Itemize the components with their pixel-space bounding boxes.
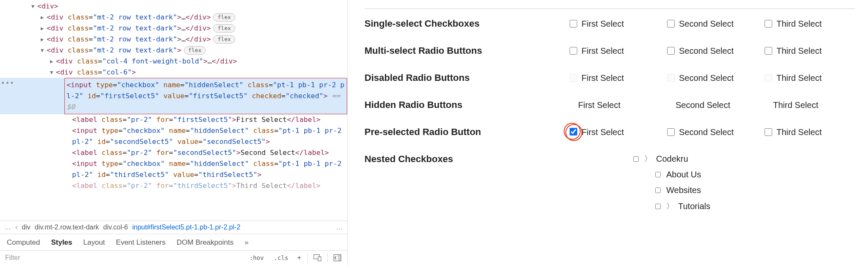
crumb-item[interactable]: div.mt-2.row.text-dark bbox=[35, 224, 99, 231]
checkbox-input[interactable] bbox=[655, 188, 661, 193]
dom-node[interactable]: ▼<div class="mt-2 row text-dark">flex bbox=[0, 45, 347, 56]
dom-node[interactable]: ▶<div class="mt-2 row text-dark">…</div>… bbox=[0, 23, 347, 34]
option[interactable]: Third Select bbox=[763, 100, 855, 110]
option-label: Second Select bbox=[679, 73, 734, 83]
dom-node[interactable]: <label class="pr-2" for="thirdSelect5">T… bbox=[0, 180, 347, 191]
new-style-rule-icon[interactable]: + bbox=[295, 254, 303, 262]
breadcrumb[interactable]: … ‹ div div.mt-2.row.text-dark div.col-6… bbox=[0, 221, 347, 234]
expand-right-icon[interactable]: ▶ bbox=[41, 23, 47, 34]
checkbox-input[interactable] bbox=[570, 47, 577, 55]
checkbox-input[interactable] bbox=[667, 20, 675, 28]
chevron-right-icon[interactable]: 〉 bbox=[666, 201, 674, 211]
option[interactable]: Third Select bbox=[763, 127, 855, 137]
form-row-label: Nested Checkboxes bbox=[364, 154, 568, 165]
tab-computed[interactable]: Computed bbox=[7, 238, 40, 247]
expand-right-icon[interactable]: ▶ bbox=[41, 12, 47, 23]
dom-tree[interactable]: ▼<div> ▶<div class="mt-2 row text-dark">… bbox=[0, 0, 347, 221]
more-tabs-icon[interactable]: » bbox=[245, 238, 248, 247]
expand-right-icon[interactable]: ▶ bbox=[50, 56, 56, 67]
nested-item-label: Codekru bbox=[656, 154, 688, 164]
checkbox-input[interactable] bbox=[765, 128, 772, 136]
option[interactable]: Third Select bbox=[763, 46, 855, 56]
nested-item[interactable]: 〉Tutorials bbox=[632, 201, 710, 211]
dom-node[interactable]: <label class="pr-2" for="firstSelect5">F… bbox=[0, 114, 347, 125]
option[interactable]: First Select bbox=[568, 100, 660, 110]
crumb-item[interactable]: div.col-6 bbox=[103, 224, 128, 231]
option[interactable]: Third Select bbox=[763, 19, 855, 29]
tab-styles[interactable]: Styles bbox=[51, 238, 72, 247]
chevron-left-icon[interactable]: ‹ bbox=[15, 224, 17, 231]
option-label: First Select bbox=[581, 73, 624, 83]
checkbox-input[interactable] bbox=[655, 204, 661, 209]
option-label: Second Select bbox=[676, 100, 730, 110]
nested-item[interactable]: About Us bbox=[632, 170, 710, 179]
option[interactable]: First Select bbox=[568, 127, 660, 138]
devtools-elements-panel: ▼<div> ▶<div class="mt-2 row text-dark">… bbox=[0, 0, 348, 265]
option[interactable]: Third Select bbox=[763, 73, 855, 83]
option[interactable]: First Select bbox=[568, 73, 660, 83]
dom-node[interactable]: ▶<div class="mt-2 row text-dark">…</div>… bbox=[0, 34, 347, 45]
form-row-label: Pre-selected Radio Button bbox=[364, 127, 568, 138]
chevron-right-icon[interactable]: 〉 bbox=[644, 154, 652, 164]
checkbox-input[interactable] bbox=[570, 20, 577, 28]
styles-filter-input[interactable] bbox=[4, 254, 242, 262]
device-icon[interactable] bbox=[312, 254, 323, 261]
checkbox-input[interactable] bbox=[765, 47, 772, 55]
checkbox-input[interactable] bbox=[655, 172, 661, 177]
option[interactable]: Second Select bbox=[665, 100, 758, 110]
hov-toggle[interactable]: :hov bbox=[247, 254, 267, 262]
dom-node[interactable]: ▶<div class="mt-2 row text-dark">…</div>… bbox=[0, 12, 347, 23]
crumb-ellipsis[interactable]: … bbox=[336, 224, 343, 231]
expand-down-icon[interactable]: ▼ bbox=[50, 67, 56, 78]
option[interactable]: Second Select bbox=[665, 127, 758, 137]
flex-badge[interactable]: flex bbox=[213, 13, 235, 22]
crumb-item[interactable]: div bbox=[22, 224, 30, 231]
dom-node[interactable]: <label class="pr-2" for="secondSelect5">… bbox=[0, 147, 347, 158]
option[interactable]: First Select bbox=[568, 46, 660, 56]
option[interactable]: Second Select bbox=[665, 46, 758, 56]
form-row-label: Multi-select Radio Buttons bbox=[364, 45, 568, 56]
checkbox-input[interactable] bbox=[667, 128, 675, 136]
toggle-sidebar-icon[interactable] bbox=[332, 254, 343, 261]
dom-node[interactable]: ▼<div> bbox=[0, 1, 347, 12]
more-icon[interactable]: ••• bbox=[1, 78, 14, 89]
crumb-item-active[interactable]: input#firstSelect5.pt-1.pb-1.pr-2.pl-2 bbox=[132, 224, 240, 231]
cls-toggle[interactable]: .cls bbox=[271, 254, 291, 262]
tab-dom-breakpoints[interactable]: DOM Breakpoints bbox=[177, 238, 234, 247]
option-label: Third Select bbox=[776, 46, 822, 56]
option[interactable]: Second Select bbox=[665, 73, 758, 83]
dom-node[interactable]: ▼<div class="col-6"> bbox=[0, 67, 347, 78]
nested-item[interactable]: Websites bbox=[632, 185, 710, 195]
styles-filter-row: :hov .cls + bbox=[0, 250, 347, 265]
flex-badge[interactable]: flex bbox=[213, 24, 235, 33]
expand-down-icon[interactable]: ▼ bbox=[41, 45, 47, 56]
option-label: Third Select bbox=[776, 127, 822, 137]
rendered-page: Single-select CheckboxesFirst SelectSeco… bbox=[348, 0, 868, 265]
dom-node[interactable]: <input type="checkbox" name="hiddenSelec… bbox=[0, 158, 347, 180]
checkbox-input[interactable] bbox=[765, 20, 772, 28]
divider bbox=[364, 8, 855, 9]
nested-item-label: About Us bbox=[666, 170, 701, 179]
option[interactable]: First Select bbox=[568, 19, 660, 29]
expand-down-icon[interactable]: ▼ bbox=[31, 1, 37, 12]
nested-list: 〉CodekruAbout UsWebsites〉Tutorials bbox=[568, 154, 710, 211]
tab-layout[interactable]: Layout bbox=[83, 238, 105, 247]
dom-node[interactable]: ▶<div class="col-4 font-weight-bold">…</… bbox=[0, 56, 347, 67]
crumb-ellipsis[interactable]: … bbox=[4, 224, 11, 231]
option-group: First SelectSecond SelectThird Select bbox=[568, 19, 855, 29]
nested-item[interactable]: 〉Codekru bbox=[632, 154, 710, 164]
checkbox-input bbox=[667, 74, 675, 82]
checkbox-input bbox=[765, 74, 772, 82]
option-group: First SelectSecond SelectThird Select bbox=[568, 73, 855, 83]
dom-node-selected[interactable]: ••• <input type="checkbox" name="hiddenS… bbox=[0, 78, 347, 114]
expand-right-icon[interactable]: ▶ bbox=[41, 34, 47, 45]
form-row: Pre-selected Radio ButtonFirst SelectSec… bbox=[364, 127, 855, 138]
option[interactable]: Second Select bbox=[665, 19, 758, 29]
checkbox-input[interactable] bbox=[667, 47, 675, 55]
checkbox-input[interactable] bbox=[570, 128, 577, 135]
dom-node[interactable]: <input type="checkbox" name="hiddenSelec… bbox=[0, 125, 347, 147]
flex-badge[interactable]: flex bbox=[184, 46, 206, 55]
flex-badge[interactable]: flex bbox=[213, 35, 235, 44]
tab-event-listeners[interactable]: Event Listeners bbox=[116, 238, 166, 247]
checkbox-input[interactable] bbox=[633, 156, 639, 162]
